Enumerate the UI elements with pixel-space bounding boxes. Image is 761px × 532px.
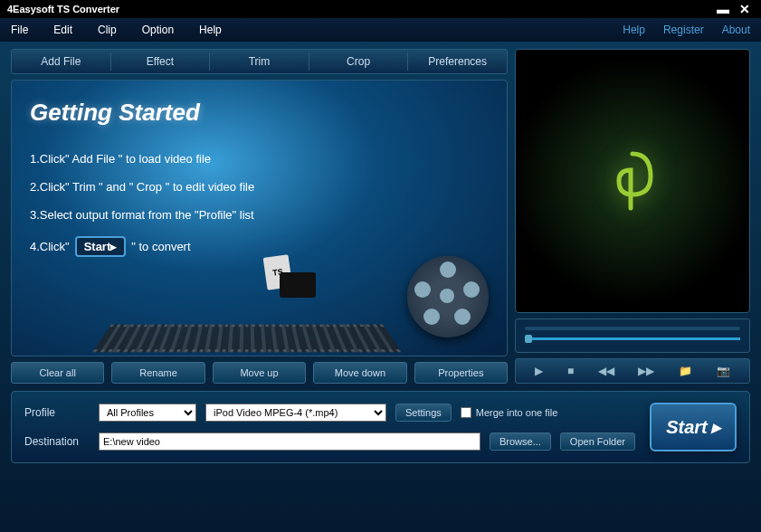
link-help[interactable]: Help — [623, 24, 645, 36]
preview-area — [515, 49, 750, 313]
seek-handle[interactable] — [525, 335, 532, 343]
film-reel-icon — [407, 256, 489, 337]
menu-option[interactable]: Option — [142, 24, 174, 36]
destination-input[interactable] — [99, 432, 480, 451]
toolbar-preferences[interactable]: Preferences — [408, 52, 507, 71]
destination-label: Destination — [24, 435, 90, 448]
menu-help[interactable]: Help — [199, 24, 222, 36]
menu-clip[interactable]: Clip — [98, 24, 117, 36]
getting-started-panel: Getting Started 1.Click" Add File " to l… — [11, 80, 508, 356]
next-button[interactable]: ▶▶ — [638, 365, 654, 377]
link-register[interactable]: Register — [663, 24, 704, 36]
menubar: File Edit Clip Option Help Help Register… — [0, 18, 761, 42]
settings-button[interactable]: Settings — [395, 404, 452, 422]
merge-label: Merge into one file — [476, 407, 558, 418]
logo-icon — [596, 145, 669, 217]
step-4: 4.Click" Start▸ " to convert — [30, 236, 489, 257]
progress-bar — [525, 327, 740, 330]
toolbar: Add File Effect Trim Crop Preferences — [11, 49, 508, 74]
open-folder-button[interactable]: Open Folder — [560, 432, 635, 451]
start-button[interactable]: Start▸ — [650, 403, 737, 451]
minimize-button[interactable]: ▬ — [714, 2, 732, 16]
start-mini-icon: Start▸ — [75, 236, 127, 257]
browse-button[interactable]: Browse... — [490, 432, 551, 451]
getting-started-heading: Getting Started — [30, 99, 489, 127]
bottom-panel: Profile All Profiles iPod Video MPEG-4 (… — [11, 391, 750, 463]
snapshot-button[interactable]: 📷 — [717, 365, 730, 377]
profile-filter-select[interactable]: All Profiles — [99, 404, 196, 422]
step-3: 3.Select output format from the "Profile… — [30, 208, 489, 222]
play-button[interactable]: ▶ — [535, 365, 543, 377]
move-up-button[interactable]: Move up — [213, 362, 306, 384]
titlebar: 4Easysoft TS Converter ▬ ✕ — [0, 0, 761, 18]
move-down-button[interactable]: Move down — [313, 362, 406, 384]
prev-button[interactable]: ◀◀ — [598, 365, 614, 377]
profile-label: Profile — [24, 406, 90, 419]
stop-button[interactable]: ■ — [567, 365, 574, 377]
profile-format-select[interactable]: iPod Video MPEG-4 (*.mp4) — [205, 404, 386, 422]
menu-file[interactable]: File — [11, 24, 28, 36]
merge-checkbox[interactable] — [461, 407, 471, 418]
rename-button[interactable]: Rename — [111, 362, 205, 384]
open-button[interactable]: 📁 — [679, 365, 692, 377]
properties-button[interactable]: Properties — [414, 362, 508, 384]
toolbar-add-file[interactable]: Add File — [12, 52, 110, 71]
step-2: 2.Click" Trim " and " Crop " to edit vid… — [30, 180, 489, 194]
close-button[interactable]: ✕ — [736, 2, 754, 16]
toolbar-crop[interactable]: Crop — [309, 52, 408, 71]
player-controls: ▶ ■ ◀◀ ▶▶ 📁 📷 — [515, 358, 750, 384]
toolbar-effect[interactable]: Effect — [111, 52, 210, 71]
seek-bar[interactable] — [525, 337, 740, 340]
ts-file-icon: TS — [265, 256, 319, 301]
progress-area — [515, 318, 750, 353]
toolbar-trim[interactable]: Trim — [210, 52, 309, 71]
film-strip-icon — [92, 325, 402, 353]
clear-all-button[interactable]: Clear all — [11, 362, 104, 384]
window-title: 4Easysoft TS Converter — [7, 4, 710, 14]
step-1: 1.Click" Add File " to load video file — [30, 152, 489, 166]
menu-edit[interactable]: Edit — [53, 24, 72, 36]
link-about[interactable]: About — [722, 24, 750, 36]
